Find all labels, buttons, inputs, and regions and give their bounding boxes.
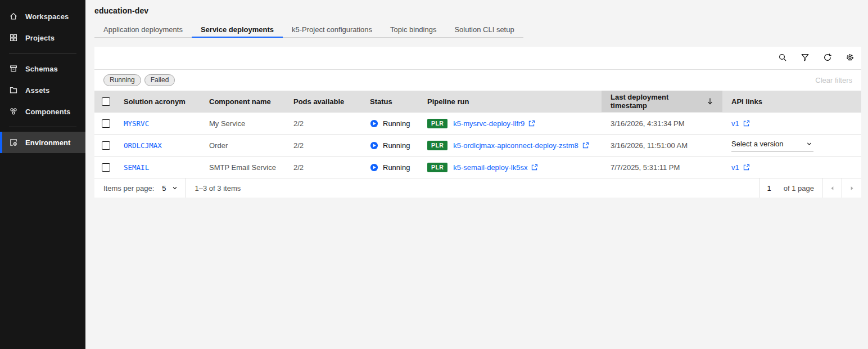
sidebar-item-label: Schemas (25, 65, 58, 73)
header-last-deployment-timestamp[interactable]: Last deployment timestamp (602, 91, 722, 112)
gear-icon (846, 53, 855, 64)
filter-button[interactable] (794, 47, 816, 69)
select-all-checkbox[interactable] (102, 97, 110, 106)
launch-icon (743, 164, 750, 171)
timestamp-cell: 7/7/2025, 5:31:11 PM (602, 163, 722, 172)
header-status[interactable]: Status (361, 91, 418, 112)
header-pods-available[interactable]: Pods available (284, 91, 361, 112)
refresh-icon (823, 53, 832, 64)
sidebar-item-environment[interactable]: Environment (0, 132, 85, 153)
pods-available-cell: 2/2 (284, 141, 361, 150)
sidebar-item-assets[interactable]: Assets (0, 79, 85, 101)
filter-tag-running[interactable]: Running (103, 74, 141, 86)
schemas-icon (9, 64, 18, 73)
components-icon (9, 107, 18, 116)
status-label: Running (383, 141, 410, 150)
sort-descending-icon (706, 97, 715, 106)
caret-right-icon (849, 185, 855, 191)
clear-filters-button[interactable]: Clear filters (815, 76, 852, 84)
solution-acronym-link[interactable]: SEMAIL (124, 163, 149, 172)
tab-k5-project-configurations[interactable]: k5-Project configurations (283, 23, 381, 38)
header-component-name[interactable]: Component name (200, 91, 284, 112)
search-icon (778, 53, 787, 64)
solution-acronym-link[interactable]: ORDLCJMAX (124, 141, 162, 150)
tab-application-deployments[interactable]: Application deployments (94, 23, 192, 38)
status-label: Running (383, 163, 410, 172)
pipeline-run-cell: PLR k5-semail-deploy-lk5sx (418, 163, 602, 172)
pipeline-run-link[interactable]: k5-ordlcjmax-apiconnect-deploy-zstm8 (453, 141, 589, 150)
pipeline-run-link[interactable]: k5-mysrvc-deploy-llfr9 (453, 119, 535, 128)
filter-icon (801, 53, 810, 64)
pipeline-run-link[interactable]: k5-semail-deploy-lk5sx (453, 163, 538, 172)
api-version-label: v1 (731, 163, 739, 172)
status-label: Running (383, 119, 410, 128)
pagination-range-text: 1–3 of 3 items (186, 178, 241, 198)
pipeline-run-cell: PLR k5-mysrvc-deploy-llfr9 (418, 119, 602, 128)
timestamp-cell: 3/16/2026, 11:51:00 AM (602, 141, 722, 150)
solution-acronym-cell: ORDLCJMAX (115, 141, 200, 150)
header-api-links[interactable]: API links (722, 91, 861, 112)
filter-row: Running Failed Clear filters (94, 69, 861, 91)
header-pipeline-run[interactable]: Pipeline run (418, 91, 602, 112)
pipeline-badge: PLR (427, 141, 447, 150)
sidebar: Workspaces Projects Schemas Assets Compo… (0, 0, 85, 349)
items-per-page-value: 5 (162, 184, 166, 193)
component-name-cell: My Service (200, 119, 284, 128)
items-per-page-select[interactable]: 5 (154, 178, 185, 198)
api-links-cell: Select a version (722, 140, 861, 151)
pagination-controls: 1 of 1 page (760, 178, 861, 198)
tab-service-deployments[interactable]: Service deployments (192, 23, 283, 38)
solution-acronym-link[interactable]: MYSRVC (124, 119, 149, 128)
api-version-link[interactable]: v1 (731, 119, 750, 128)
page-title: education-dev (85, 0, 868, 15)
row-checkbox[interactable] (102, 141, 110, 150)
pipeline-run-label: k5-mysrvc-deploy-llfr9 (453, 119, 525, 128)
projects-icon (9, 33, 18, 42)
status-cell: Running (361, 141, 418, 150)
page-number-select[interactable]: 1 (760, 178, 784, 198)
api-links-cell: v1 (722, 119, 861, 128)
running-status-icon (370, 119, 378, 128)
sidebar-divider (9, 53, 76, 53)
pipeline-run-cell: PLR k5-ordlcjmax-apiconnect-deploy-zstm8 (418, 141, 602, 150)
page-number-value: 1 (767, 184, 771, 193)
tab-topic-bindings[interactable]: Topic bindings (381, 23, 445, 38)
refresh-button[interactable] (816, 47, 839, 69)
chevron-down-icon (172, 185, 178, 191)
component-name-cell: SMTP Email Service (200, 163, 284, 172)
status-cell: Running (361, 163, 418, 172)
filter-tag-failed[interactable]: Failed (144, 74, 175, 86)
solution-acronym-cell: SEMAIL (115, 163, 200, 172)
sidebar-item-workspaces[interactable]: Workspaces (0, 6, 85, 27)
pipeline-run-label: k5-semail-deploy-lk5sx (453, 163, 527, 172)
items-per-page-label: Items per page: (94, 178, 154, 198)
environment-icon (9, 138, 18, 147)
running-status-icon (370, 141, 378, 150)
timestamp-cell: 3/16/2026, 4:31:34 PM (602, 119, 722, 128)
row-checkbox[interactable] (102, 163, 110, 172)
row-checkbox[interactable] (102, 119, 110, 128)
running-status-icon (370, 163, 378, 172)
sidebar-item-label: Workspaces (25, 12, 69, 21)
tab-solution-cli-setup[interactable]: Solution CLI setup (445, 23, 523, 38)
search-button[interactable] (771, 47, 794, 69)
select-all-cell (94, 91, 115, 112)
page-count-text: of 1 page (784, 178, 822, 198)
launch-icon (743, 120, 750, 127)
launch-icon (531, 164, 538, 171)
sidebar-item-schemas[interactable]: Schemas (0, 58, 85, 79)
sidebar-item-components[interactable]: Components (0, 101, 85, 122)
previous-page-button[interactable] (822, 178, 842, 198)
sidebar-divider (9, 127, 76, 127)
pods-available-cell: 2/2 (284, 119, 361, 128)
header-solution-acronym[interactable]: Solution acronym (115, 91, 200, 112)
next-page-button[interactable] (842, 178, 861, 198)
sidebar-item-projects[interactable]: Projects (0, 27, 85, 48)
row-select-cell (94, 141, 115, 150)
api-version-link[interactable]: v1 (731, 163, 750, 172)
version-select-dropdown[interactable]: Select a version (731, 140, 813, 151)
launch-icon (528, 120, 535, 127)
tab-bar: Application deployments Service deployme… (85, 23, 868, 38)
header-label: Last deployment timestamp (611, 93, 706, 110)
settings-button[interactable] (839, 47, 861, 69)
